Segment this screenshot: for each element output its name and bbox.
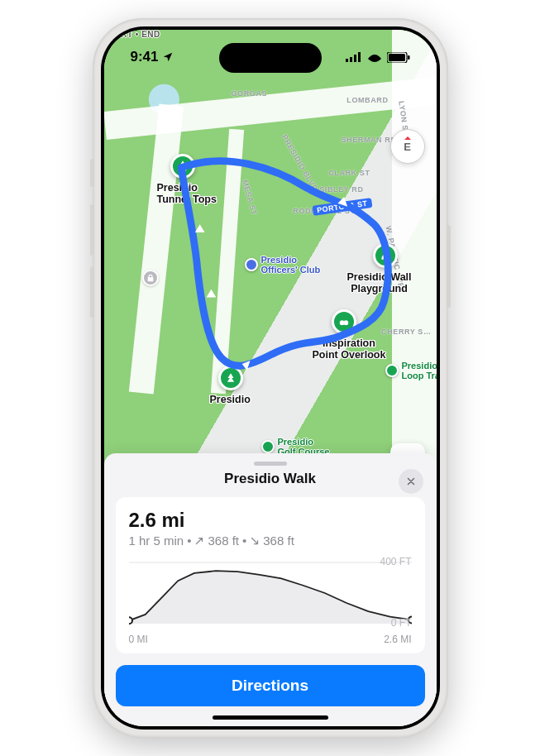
svg-marker-7 bbox=[194, 224, 204, 232]
svg-rect-6 bbox=[408, 55, 410, 60]
ascent-icon bbox=[194, 536, 204, 546]
svg-rect-2 bbox=[354, 55, 356, 62]
directions-button[interactable]: Directions bbox=[116, 665, 425, 706]
wifi-icon bbox=[367, 52, 382, 63]
elev-x-start: 0 MI bbox=[129, 634, 148, 645]
elev-min-label: 0 FT bbox=[391, 617, 412, 629]
route-title: Presidio Walk bbox=[224, 471, 316, 487]
sheet-grabber[interactable] bbox=[254, 462, 287, 466]
svg-marker-8 bbox=[206, 289, 216, 298]
home-indicator[interactable] bbox=[213, 715, 328, 720]
close-button[interactable] bbox=[399, 469, 423, 494]
svg-rect-3 bbox=[358, 52, 361, 62]
svg-rect-0 bbox=[346, 59, 348, 62]
bezel: 9:41 bbox=[101, 26, 440, 730]
location-icon bbox=[162, 51, 174, 63]
route-path bbox=[104, 30, 437, 484]
silence-switch[interactable] bbox=[90, 159, 94, 187]
elevation-chart: 400 FT 0 FT 0 MI 2.6 MI bbox=[129, 556, 412, 645]
elev-x-end: 2.6 MI bbox=[384, 634, 411, 645]
route-sheet[interactable]: Presidio Walk 2.6 mi 1 hr 5 min • 368 ft… bbox=[104, 453, 437, 726]
battery-icon bbox=[387, 52, 410, 63]
volume-down-button[interactable] bbox=[90, 266, 94, 318]
elev-max-label: 400 FT bbox=[380, 556, 411, 567]
route-summary-card: 2.6 mi 1 hr 5 min • 368 ft • 368 ft 400 … bbox=[116, 497, 425, 653]
svg-point-17 bbox=[129, 617, 132, 624]
svg-rect-1 bbox=[350, 57, 352, 62]
route-meta: 1 hr 5 min • 368 ft • 368 ft bbox=[129, 534, 412, 548]
volume-up-button[interactable] bbox=[90, 204, 94, 256]
route-distance: 2.6 mi bbox=[129, 509, 412, 532]
status-time: 9:41 bbox=[131, 49, 159, 65]
power-button[interactable] bbox=[447, 225, 451, 308]
elevation-svg bbox=[129, 556, 412, 630]
phone-frame: 9:41 bbox=[93, 18, 448, 738]
close-icon bbox=[406, 476, 416, 486]
dynamic-island bbox=[219, 43, 322, 73]
svg-rect-5 bbox=[389, 54, 405, 61]
descent-icon bbox=[250, 536, 260, 546]
cellular-icon bbox=[346, 52, 362, 62]
screen: 9:41 bbox=[104, 30, 437, 726]
